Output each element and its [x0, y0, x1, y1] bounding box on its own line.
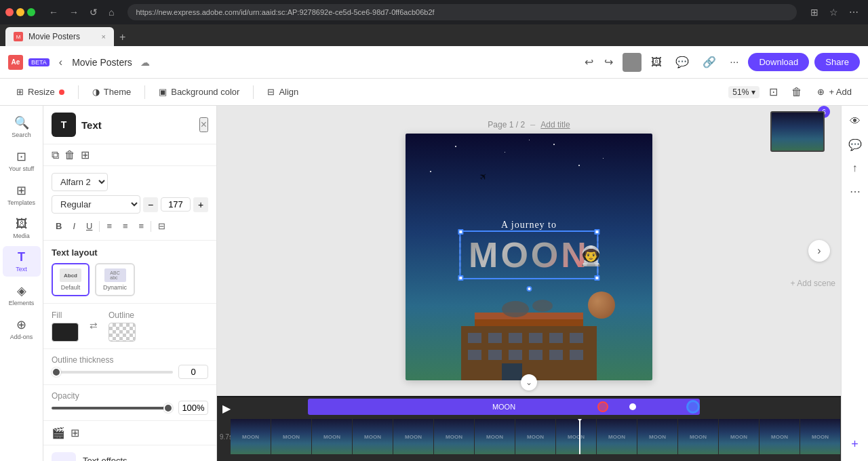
more-btn[interactable]: ⊞ — [81, 148, 90, 161]
close-window-btn[interactable] — [5, 8, 14, 16]
active-tab[interactable]: M Movie Posters × — [5, 27, 114, 46]
handle-rotate[interactable] — [526, 286, 532, 292]
layout-option-dynamic[interactable]: ABCabc Dynamic — [95, 263, 135, 296]
swap-btn[interactable]: ⇄ — [90, 320, 98, 331]
outline-thickness-slider[interactable] — [52, 371, 173, 374]
opacity-slider[interactable] — [52, 407, 173, 409]
sidebar-item-media[interactable]: 🖼 Media — [3, 213, 41, 243]
thumbnail-overlay[interactable] — [770, 111, 825, 152]
undo-btn[interactable]: ↩ — [580, 53, 597, 71]
tab-close-btn[interactable]: × — [102, 33, 106, 41]
color-swatch[interactable] — [623, 53, 642, 72]
canvas-chevron-down[interactable]: ⌄ — [521, 374, 537, 390]
home-btn[interactable]: ⌂ — [104, 5, 118, 19]
share-panel-btn[interactable]: ↑ — [848, 158, 862, 178]
text-track[interactable]: MOON — [308, 399, 700, 415]
title-selection-wrapper: MOON — [459, 230, 599, 279]
group-btn[interactable]: ⊞ — [71, 426, 79, 439]
add-right-btn[interactable]: + — [847, 433, 863, 456]
app-logo: Ae — [8, 55, 23, 70]
bg-color-toolbar-item[interactable]: ▣ Background color — [153, 84, 245, 100]
italic-btn[interactable]: I — [68, 219, 79, 233]
duplicate-btn[interactable]: ⧉ — [52, 148, 59, 161]
add-page-btn[interactable]: ⊕ + Add — [812, 84, 857, 100]
back-nav-btn[interactable]: ← — [45, 5, 62, 19]
fill-color-box[interactable] — [52, 323, 79, 342]
poster-title[interactable]: MOON — [459, 230, 599, 279]
resize-toolbar-item[interactable]: ⊞ Resize — [11, 84, 70, 100]
svg-rect-11 — [509, 350, 522, 360]
text-effects-item[interactable]: T Text effects Effects applied › — [43, 445, 216, 461]
outline-color-box[interactable] — [108, 323, 136, 342]
text-effects-name: Text effects — [83, 456, 205, 462]
canvas-nav-right[interactable]: › — [808, 240, 830, 262]
minimize-window-btn[interactable] — [16, 8, 24, 16]
forward-nav-btn[interactable]: → — [65, 5, 83, 19]
new-tab-btn[interactable]: + — [114, 31, 131, 43]
animation-btn[interactable]: 🎬 — [52, 426, 65, 439]
star-7 — [578, 165, 580, 166]
video-track-row: 9.7s MOON MOON MOON MOON MOON MOON MOON … — [217, 419, 841, 454]
underline-btn[interactable]: U — [82, 219, 96, 233]
font-family-select[interactable]: Alfarn 2 — [52, 173, 108, 191]
more-options-btn[interactable]: ··· — [726, 54, 743, 71]
font-size-input[interactable] — [161, 197, 191, 212]
svg-rect-7 — [549, 333, 563, 343]
align-right-btn[interactable]: ≡ — [135, 219, 149, 233]
comment-panel-btn[interactable]: 💬 — [844, 134, 866, 155]
address-bar[interactable]: https://new.express.adobe.com/id/urn:aai… — [127, 4, 797, 20]
canvas-area: Page 1 / 2 – Add title 6 — [217, 106, 841, 461]
outline-thickness-input[interactable] — [178, 365, 208, 379]
font-weight-select[interactable]: Regular — [52, 195, 140, 214]
sidebar-item-yourstuff[interactable]: ⊡ Your stuff — [3, 145, 41, 176]
theme-toolbar-item[interactable]: ◑ Theme — [87, 84, 136, 100]
share-btn[interactable]: Share — [814, 53, 860, 71]
star-4 — [603, 158, 604, 159]
page-header: Page 1 / 2 – Add title — [488, 119, 570, 129]
sidebar-item-elements[interactable]: ◈ Elements — [3, 279, 41, 310]
delete-canvas-btn[interactable]: 🗑 — [787, 83, 806, 101]
align-center-btn[interactable]: ≡ — [119, 219, 132, 233]
timeline-red-indicator[interactable] — [597, 401, 608, 412]
layout-option-default[interactable]: Abcd Default — [52, 263, 90, 296]
canvas-scroll[interactable]: Page 1 / 2 – Add title 6 — [217, 106, 841, 396]
back-btn[interactable]: ‹ — [55, 54, 66, 71]
add-scene-btn[interactable]: + Add scene — [785, 276, 841, 291]
sidebar-item-addons[interactable]: ⊕ Add-ons — [3, 313, 41, 344]
bold-btn[interactable]: B — [52, 219, 66, 233]
add-title-link[interactable]: Add title — [540, 120, 570, 129]
sidebar-item-text[interactable]: T Text — [3, 246, 41, 277]
share-link-btn[interactable]: 🔗 — [698, 53, 720, 71]
more-browser-btn[interactable]: ⋯ — [845, 5, 863, 19]
opacity-input[interactable] — [178, 401, 208, 415]
decrease-size-btn[interactable]: − — [143, 197, 158, 212]
text-effects-info: Text effects Effects applied — [83, 456, 205, 462]
indent-btn[interactable]: ⊟ — [154, 219, 170, 233]
panel-close-btn[interactable]: × — [199, 117, 208, 132]
canvas-frame[interactable]: ✈ A journey to MOON — [406, 134, 652, 380]
star-5 — [430, 171, 431, 172]
bookmark-btn[interactable]: ☆ — [825, 5, 842, 19]
sidebar-item-search[interactable]: 🔍 Search — [3, 111, 41, 142]
align-left-btn[interactable]: ≡ — [102, 219, 116, 233]
timeline-blue-indicator[interactable] — [686, 400, 700, 414]
sidebar-item-templates[interactable]: ⊞ Templates — [3, 179, 41, 210]
zoom-control[interactable]: 51% ▾ — [728, 86, 760, 98]
extensions-btn[interactable]: ⊞ — [806, 5, 823, 19]
playhead[interactable] — [579, 419, 580, 454]
comment-btn[interactable]: 💬 — [671, 53, 693, 71]
more-right-btn[interactable]: ⋯ — [846, 181, 865, 202]
delete-btn[interactable]: 🗑 — [64, 148, 75, 161]
text-icon: T — [18, 250, 25, 264]
download-btn[interactable]: Download — [748, 53, 809, 71]
refresh-btn[interactable]: ↺ — [85, 5, 102, 19]
timeline-top: ▶ MOON + Add scene — [217, 397, 841, 419]
fit-screen-btn[interactable]: ⊡ — [765, 83, 782, 101]
align-toolbar-item[interactable]: ⊟ Align — [262, 84, 304, 100]
play-btn[interactable]: ▶ — [222, 402, 231, 415]
visibility-btn[interactable]: 👁 — [846, 111, 865, 132]
redo-btn[interactable]: ↪ — [600, 53, 617, 71]
increase-size-btn[interactable]: + — [193, 197, 208, 212]
maximize-window-btn[interactable] — [27, 8, 35, 16]
image-btn[interactable]: 🖼 — [647, 54, 666, 71]
